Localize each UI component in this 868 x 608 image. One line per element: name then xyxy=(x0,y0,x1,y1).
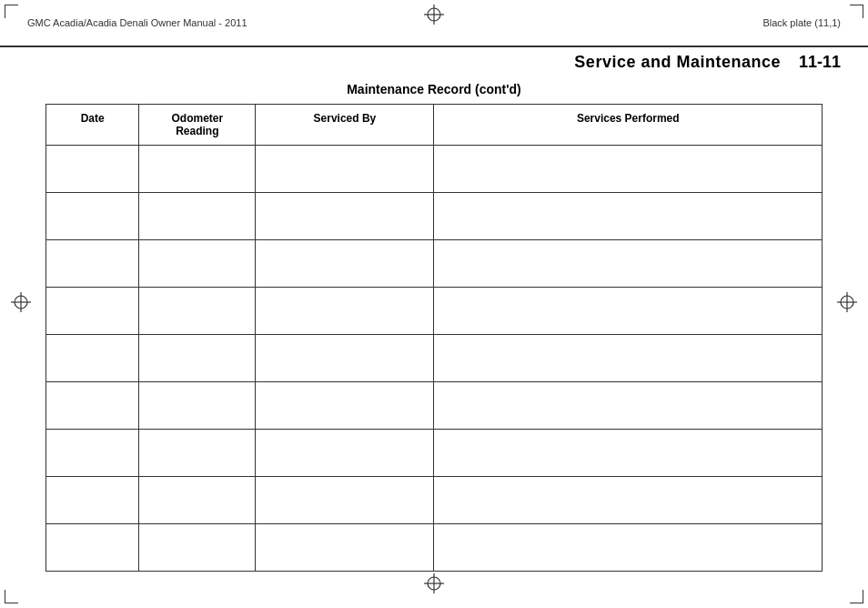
cell-date xyxy=(46,477,139,524)
cell-services-performed xyxy=(434,146,823,193)
bottom-crosshair xyxy=(424,573,444,597)
cell-services-performed xyxy=(434,240,823,288)
cell-date xyxy=(46,430,139,477)
maintenance-table: Date OdometerReading Serviced By Service… xyxy=(45,104,823,572)
header-right-text: Black plate (11,1) xyxy=(762,17,841,28)
header-crosshair xyxy=(424,5,444,28)
cell-serviced-by xyxy=(256,288,434,335)
table-row xyxy=(46,288,823,335)
cell-odometer xyxy=(139,477,256,524)
cell-serviced-by xyxy=(256,477,434,524)
table-row xyxy=(46,193,823,240)
cell-date xyxy=(46,524,139,572)
cell-serviced-by xyxy=(256,193,434,240)
cell-services-performed xyxy=(434,430,823,477)
cell-odometer xyxy=(139,146,256,193)
cell-date xyxy=(46,240,139,288)
table-row xyxy=(46,382,823,430)
table-row xyxy=(46,240,823,288)
cell-serviced-by xyxy=(256,430,434,477)
cell-services-performed xyxy=(434,524,823,572)
section-title-bar: Service and Maintenance 11-11 xyxy=(0,46,868,77)
cell-odometer xyxy=(139,335,256,382)
main-content: Maintenance Record (cont'd) Date Odomete… xyxy=(45,82,823,572)
cell-date xyxy=(46,382,139,430)
table-row xyxy=(46,477,823,524)
cell-services-performed xyxy=(434,382,823,430)
cell-serviced-by xyxy=(256,335,434,382)
cell-odometer xyxy=(139,288,256,335)
section-page-number: 11-11 xyxy=(799,53,841,72)
cell-date xyxy=(46,288,139,335)
table-row xyxy=(46,335,823,382)
corner-mark-br xyxy=(850,590,863,603)
col-header-odometer: OdometerReading xyxy=(139,105,256,146)
table-row xyxy=(46,524,823,572)
cell-odometer xyxy=(139,382,256,430)
col-header-serviced-by: Serviced By xyxy=(256,105,434,146)
corner-mark-bl xyxy=(5,590,18,603)
right-crosshair xyxy=(837,292,857,316)
cell-odometer xyxy=(139,193,256,240)
cell-odometer xyxy=(139,240,256,288)
cell-date xyxy=(46,335,139,382)
header-left-text: GMC Acadia/Acadia Denali Owner Manual - … xyxy=(27,17,247,28)
col-header-services-performed: Services Performed xyxy=(434,105,823,146)
table-title: Maintenance Record (cont'd) xyxy=(45,82,823,96)
cell-services-performed xyxy=(434,288,823,335)
table-header-row: Date OdometerReading Serviced By Service… xyxy=(46,105,823,146)
cell-date xyxy=(46,193,139,240)
cell-serviced-by xyxy=(256,146,434,193)
page-container: GMC Acadia/Acadia Denali Owner Manual - … xyxy=(0,0,868,608)
cell-services-performed xyxy=(434,193,823,240)
cell-services-performed xyxy=(434,335,823,382)
table-row xyxy=(46,146,823,193)
cell-serviced-by xyxy=(256,382,434,430)
section-title: Service and Maintenance xyxy=(574,53,781,72)
cell-services-performed xyxy=(434,477,823,524)
cell-serviced-by xyxy=(256,524,434,572)
table-row xyxy=(46,430,823,477)
left-crosshair xyxy=(11,292,31,316)
cell-odometer xyxy=(139,524,256,572)
cell-serviced-by xyxy=(256,240,434,288)
cell-date xyxy=(46,146,139,193)
col-header-date: Date xyxy=(46,105,139,146)
cell-odometer xyxy=(139,430,256,477)
page-header: GMC Acadia/Acadia Denali Owner Manual - … xyxy=(0,0,868,46)
